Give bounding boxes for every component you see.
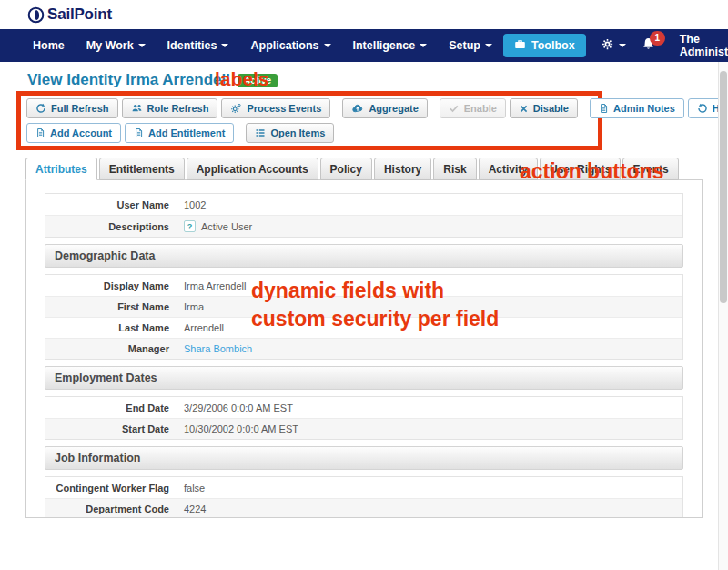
notifications[interactable]: 1: [641, 36, 665, 56]
gear-icon: [601, 37, 614, 55]
cogs-icon: [230, 103, 242, 114]
field-label: Manager: [46, 343, 184, 354]
title-row: View Identity Irma Arrendell Active: [27, 71, 728, 89]
field-label: Department Code: [46, 504, 184, 514]
refresh-icon: [35, 103, 46, 114]
manager-link[interactable]: Shara Bombich: [184, 343, 252, 354]
field-value: 1002: [184, 199, 206, 210]
attribute-group: User Name1002Descriptions?Active User: [45, 193, 683, 238]
attributes-table: User Name1002Descriptions?Active UserDem…: [45, 193, 683, 518]
annotation-dynamic-line1: dynamic fields with: [251, 279, 444, 302]
button-label: Disable: [533, 103, 569, 114]
field-value: 3/29/2006 0:0:0 AM EST: [184, 402, 293, 413]
field-label: End Date: [46, 402, 184, 413]
settings-menu[interactable]: [601, 37, 626, 55]
nav-item-label: Intelligence: [353, 39, 416, 52]
nav-item-identities[interactable]: Identities: [157, 39, 240, 52]
attr-row-descriptions: Descriptions?Active User: [46, 215, 682, 237]
admin-notes-button[interactable]: Admin Notes: [590, 98, 684, 118]
field-value: ?Active User: [184, 220, 252, 232]
tab-policy[interactable]: Policy: [320, 158, 372, 180]
button-label: Admin Notes: [613, 103, 675, 114]
field-value-text: 4224: [184, 504, 206, 514]
attr-row-start-date: Start Date10/30/2002 0:0:0 AM EST: [46, 418, 682, 439]
field-value-text: Irma Arrendell: [184, 280, 246, 291]
cloud-upload-icon: [351, 103, 364, 114]
attr-row-user-name: User Name1002: [46, 194, 682, 215]
button-label: Aggregate: [369, 103, 418, 114]
tab-risk[interactable]: Risk: [433, 158, 476, 180]
brand-name: SailPoint: [47, 5, 112, 24]
attribute-group: End Date3/29/2006 0:0:0 AM ESTStart Date…: [45, 396, 683, 440]
nav-item-setup[interactable]: Setup: [438, 39, 503, 52]
chevron-down-icon: [420, 44, 427, 47]
section-header-demographic-data: Demographic Data: [45, 244, 683, 268]
action-button-row-2: Add AccountAdd EntitlementOpen Items: [26, 123, 592, 143]
action-button-row-1: Full RefreshRole RefreshProcess EventsAg…: [26, 98, 592, 118]
attr-row-contingent-worker-flag: Contingent Worker Flagfalse: [46, 477, 682, 498]
nav-item-label: My Work: [86, 39, 134, 52]
field-value-text: Irma: [184, 301, 204, 312]
screen: SailPoint HomeMy WorkIdentitiesApplicati…: [0, 0, 728, 570]
process-events-button[interactable]: Process Events: [221, 98, 330, 118]
toolbox-button[interactable]: Toolbox: [503, 34, 586, 57]
full-refresh-button[interactable]: Full Refresh: [26, 98, 118, 118]
tab-entitlements[interactable]: Entitlements: [99, 158, 185, 180]
nav-item-my-work[interactable]: My Work: [76, 39, 157, 52]
field-value-text: false: [184, 483, 205, 494]
scrollbar-track[interactable]: [718, 62, 728, 570]
nav-item-label: Identities: [167, 39, 217, 52]
notification-badge: 1: [650, 31, 665, 46]
section-header-employment-dates: Employment Dates: [45, 366, 683, 390]
scrollbar-thumb[interactable]: [720, 71, 727, 303]
nav-item-applications[interactable]: Applications: [239, 39, 341, 52]
button-label: Add Account: [50, 127, 112, 138]
add-entitlement-button[interactable]: Add Entitlement: [125, 123, 234, 143]
document-icon: [35, 127, 46, 138]
chevron-down-icon: [138, 44, 146, 47]
aggregate-button[interactable]: Aggregate: [342, 98, 427, 118]
users-icon: [131, 103, 143, 114]
nav-item-label: Home: [33, 39, 65, 52]
main-navbar: HomeMy WorkIdentitiesApplicationsIntelli…: [0, 29, 728, 62]
user-menu[interactable]: The Administrator: [680, 33, 728, 58]
list-icon: [255, 127, 266, 138]
button-label: Add Entitlement: [148, 127, 225, 138]
button-label: Process Events: [247, 103, 321, 114]
attr-row-end-date: End Date3/29/2006 0:0:0 AM EST: [46, 397, 682, 418]
chevron-down-icon: [619, 44, 626, 47]
field-label: Last Name: [46, 322, 184, 333]
x-icon: [519, 104, 529, 114]
field-value: Irma Arrendell: [184, 280, 246, 291]
tab-application-accounts[interactable]: Application Accounts: [187, 158, 318, 180]
nav-items: HomeMy WorkIdentitiesApplicationsIntelli…: [22, 39, 503, 52]
field-value: Irma: [184, 301, 204, 312]
nav-item-intelligence[interactable]: Intelligence: [342, 39, 439, 52]
nav-item-home[interactable]: Home: [22, 39, 76, 52]
button-label: Full Refresh: [51, 103, 109, 114]
chevron-down-icon: [324, 44, 331, 47]
field-value: Arrendell: [184, 322, 224, 333]
tab-attributes[interactable]: Attributes: [25, 158, 97, 180]
open-items-button[interactable]: Open Items: [246, 123, 334, 143]
enable-button: Enable: [440, 98, 506, 118]
annotation-dynamic-line2: custom security per field: [251, 307, 499, 331]
field-label: Start Date: [46, 423, 184, 434]
disable-button[interactable]: Disable: [510, 98, 578, 118]
annotation-action-buttons: action buttons: [520, 158, 663, 186]
tab-history[interactable]: History: [374, 158, 431, 180]
button-label: Enable: [464, 103, 497, 114]
history-icon: [697, 103, 708, 114]
sailpoint-logo: SailPoint: [27, 5, 112, 24]
attributes-panel: User Name1002Descriptions?Active UserDem…: [25, 179, 703, 518]
main-content: View Identity Irma Arrendell Active labe…: [0, 71, 728, 570]
field-value-text: Arrendell: [184, 322, 224, 333]
attr-row-department-code: Department Code4224: [46, 498, 682, 518]
help-tooltip-icon[interactable]: ?: [184, 220, 196, 232]
role-refresh-button[interactable]: Role Refresh: [122, 98, 218, 118]
add-account-button[interactable]: Add Account: [26, 123, 121, 143]
field-value-text: 1002: [184, 199, 206, 210]
chevron-down-icon: [485, 44, 492, 47]
check-icon: [449, 103, 460, 114]
field-label: Display Name: [46, 280, 184, 291]
